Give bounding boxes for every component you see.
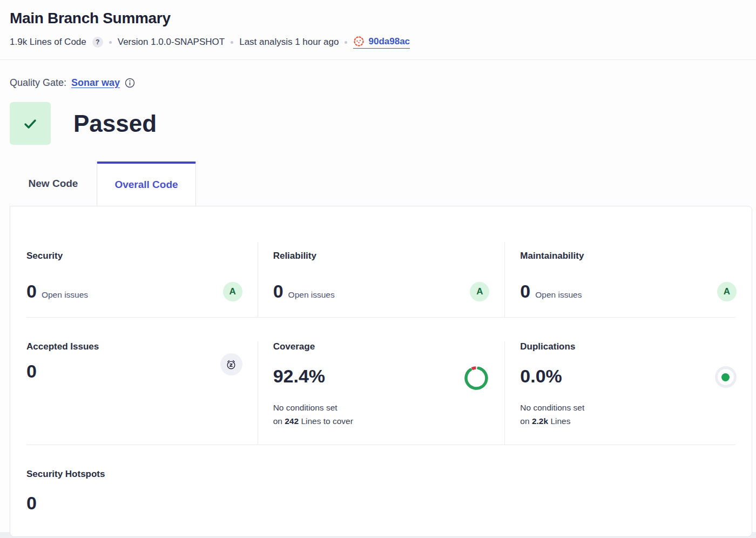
dot-separator [345,41,347,44]
quality-gate-label: Quality Gate: [10,77,66,89]
passed-check-box [10,102,51,145]
accepted-issues-title: Accepted Issues [26,341,242,352]
coverage-value[interactable]: 92.4% [273,366,325,387]
reliability-open-issues-link[interactable]: 0 Open issues [273,281,335,302]
branch-meta-row: 1.9k Lines of Code ? Version 1.0.0-SNAPS… [10,36,746,59]
code-tabs: New Code Overall Code [0,162,756,206]
snooze-alarm-icon [220,353,242,375]
row-divider [26,445,735,445]
quality-gate-status-row: Passed [10,102,746,145]
duplications-note: No conditions set on 2.2k Lines [520,401,584,428]
commit-burst-icon [353,36,364,47]
duplications-value[interactable]: 0.0% [520,366,562,387]
security-value: 0 [26,281,37,302]
maintainability-value: 0 [520,281,530,302]
lines-of-code-text: 1.9k Lines of Code [10,37,86,48]
dot-separator [231,41,233,44]
row-divider [26,317,735,318]
coverage-note: No conditions set on 242 Lines to cover [273,401,353,428]
measures-row: Accepted Issues 0 Coverage [10,341,752,445]
tab-new-code[interactable]: New Code [10,162,97,206]
accepted-issues-card: Accepted Issues 0 [10,341,258,445]
quality-gate-section: Quality Gate: Sonar way Passed [0,60,756,145]
reliability-rating-badge[interactable]: A [470,282,489,301]
security-open-issues-link[interactable]: 0 Open issues [26,281,88,302]
duplications-ring-icon [715,366,737,388]
ratings-row: Security 0 Open issues A Reliability 0 O… [10,242,752,317]
maintainability-rating-badge[interactable]: A [717,282,737,301]
security-hotspots-value[interactable]: 0 [26,493,37,514]
branch-summary-page: Main Branch Summary 1.9k Lines of Code ?… [0,0,756,532]
reliability-title: Reliability [273,251,490,261]
commit-hash: 90da98ac [368,36,410,47]
security-hotspots-title: Security Hotspots [26,469,735,480]
duplications-card: Duplications 0.0% No conditions set on 2… [504,341,752,445]
page-title: Main Branch Summary [10,10,746,27]
duplications-title: Duplications [520,341,737,352]
last-analysis-text: Last analysis 1 hour ago [239,37,339,48]
maintainability-label: Open issues [535,290,582,300]
quality-gate-status: Passed [73,110,157,137]
version-text: Version 1.0.0-SNAPSHOT [118,37,225,48]
quality-gate-line: Quality Gate: Sonar way [10,77,746,89]
tab-overall-code[interactable]: Overall Code [97,162,196,206]
commit-link[interactable]: 90da98ac [353,36,410,49]
security-label: Open issues [42,290,88,300]
reliability-card: Reliability 0 Open issues A [258,242,505,317]
dot-separator [109,41,112,44]
security-title: Security [26,251,242,261]
help-icon[interactable]: ? [92,37,103,48]
accepted-issues-value[interactable]: 0 [26,361,37,382]
maintainability-card: Maintainability 0 Open issues A [504,242,752,317]
security-hotspots-card: Security Hotspots 0 [10,469,752,514]
quality-gate-link[interactable]: Sonar way [71,77,120,89]
check-icon [21,114,40,133]
coverage-card: Coverage 92.4% No conditions set on 242 … [258,341,505,445]
coverage-title: Coverage [273,341,490,352]
maintainability-title: Maintainability [520,251,737,261]
coverage-donut-chart [463,365,489,393]
info-icon[interactable] [125,78,135,88]
duplications-dot [721,373,730,381]
maintainability-open-issues-link[interactable]: 0 Open issues [520,281,582,302]
security-rating-badge[interactable]: A [223,282,242,301]
security-card: Security 0 Open issues A [10,242,258,317]
overall-code-panel: Security 0 Open issues A Reliability 0 O… [10,206,752,537]
page-header: Main Branch Summary 1.9k Lines of Code ?… [0,0,756,59]
reliability-label: Open issues [288,290,335,300]
reliability-value: 0 [273,281,284,302]
